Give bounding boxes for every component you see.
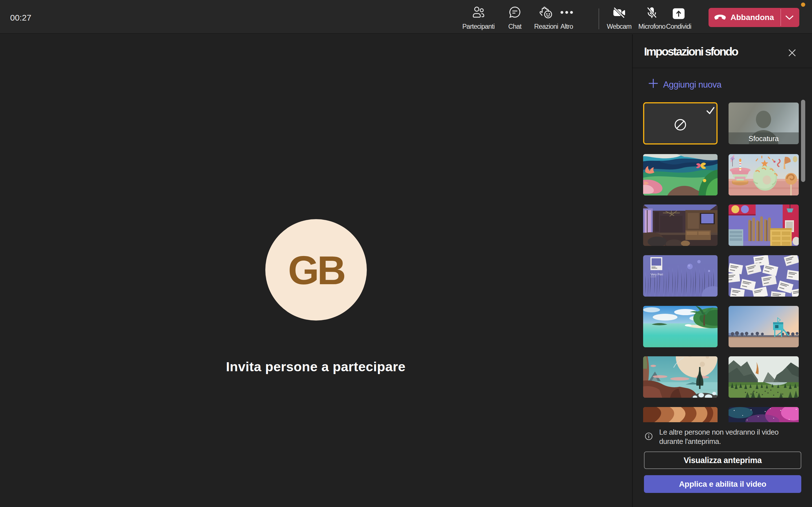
svg-text:Very Peri: Very Peri bbox=[651, 273, 663, 276]
